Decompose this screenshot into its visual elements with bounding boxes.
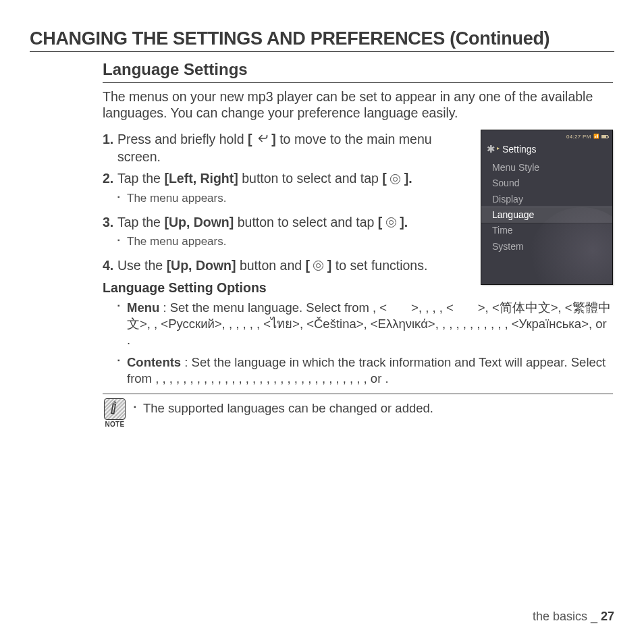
menu-item: System — [490, 239, 612, 254]
battery-icon — [601, 135, 608, 138]
step-number: 2. — [103, 170, 117, 208]
status-bar: 04:27 PM 📶 — [566, 134, 608, 140]
caret-icon: ▸ — [497, 145, 500, 151]
select-icon — [313, 261, 323, 271]
signal-icon: 📶 — [593, 134, 599, 139]
step-number: 3. — [103, 214, 117, 252]
settings-menu-list: Menu StyleSoundDisplayLanguageTimeSystem — [481, 159, 612, 254]
note-text: The supported languages can be changed o… — [134, 398, 433, 416]
footer-page-number: 27 — [601, 610, 614, 623]
menu-item: Time — [490, 223, 612, 238]
footer-section: the basics _ — [533, 610, 601, 623]
menu-item: Display — [490, 192, 612, 207]
menu-item: Menu Style — [490, 160, 612, 176]
select-icon — [390, 174, 400, 184]
screen-title: Settings — [502, 144, 537, 155]
section-heading: Language Settings — [103, 60, 613, 83]
page-title: CHANGING THE SETTINGS AND PREFERENCES (C… — [30, 28, 614, 52]
gear-icon: ✱ — [487, 144, 495, 154]
pencil-icon — [105, 398, 125, 419]
select-icon — [386, 217, 396, 227]
device-screenshot: 04:27 PM 📶 ✱ ▸ Settings Menu StyleSoundD… — [481, 130, 613, 285]
page-footer: the basics _ 27 — [533, 610, 614, 624]
note-label: NOTE — [105, 421, 125, 428]
option-item: Menu : Set the menu language. Select fro… — [117, 300, 613, 348]
status-time: 04:27 PM — [566, 134, 591, 140]
intro-paragraph: The menus on your new mp3 player can be … — [103, 88, 613, 122]
option-item: Contents : Set the language in which the… — [117, 354, 613, 386]
menu-item: Sound — [490, 176, 612, 191]
step-sub-bullet: The menu appears. — [117, 234, 475, 249]
note-badge: NOTE — [103, 398, 127, 428]
back-icon — [256, 130, 268, 146]
step-number: 4. — [103, 257, 117, 273]
menu-item: Language — [481, 207, 613, 223]
step-sub-bullet: The menu appears. — [117, 191, 475, 206]
step-number: 1. — [103, 131, 117, 165]
